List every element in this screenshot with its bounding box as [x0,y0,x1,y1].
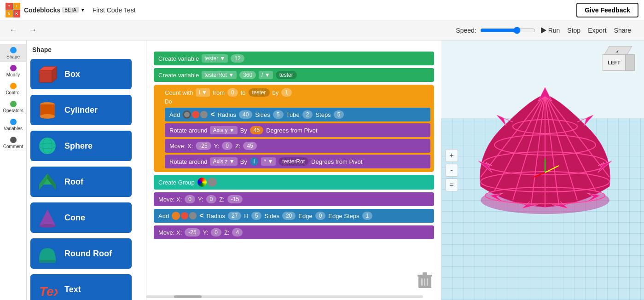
roof-label: Roof [64,177,83,187]
brand-dropdown[interactable]: ▼ [81,7,85,12]
brand-name: Codeblocks [24,6,60,14]
block-move-3[interactable]: Move: X: -25 Y: 0 Z: 4 [154,225,434,239]
svg-marker-12 [39,209,56,226]
sidebar-item-comment[interactable]: Comment [0,134,26,152]
scrollbar-thumb[interactable] [174,295,202,298]
rotate-var2: testerRot [278,157,308,166]
shape-item-cone[interactable]: Cone [27,201,146,235]
sphere-icon [36,134,59,157]
text-button[interactable]: Text Text [30,274,132,300]
cylinder-label: Cylinder [64,105,98,115]
shape-type-icon [200,111,208,118]
logo-n: N [6,10,13,17]
axis-dropdown[interactable]: Axis y ▼ [210,126,237,134]
export-button[interactable]: Export [588,27,606,34]
sidebar-item-control[interactable]: Control [0,80,26,98]
logo-k: K [13,10,21,17]
add2-type [189,212,197,219]
add2-shape [181,212,188,219]
add2-color [172,212,180,220]
run-button[interactable]: Run [541,27,560,34]
stop-button[interactable]: Stop [567,27,580,34]
cone-icon [36,206,59,229]
svg-rect-18 [423,272,427,275]
cylinder-button[interactable]: Cylinder [30,95,132,125]
block-move-1[interactable]: Move: X: -25 Y: 0 Z: 45 [165,139,430,153]
modify-dot [10,65,17,71]
zoom-in-button[interactable]: + [445,149,458,162]
do-label: Do [165,98,430,105]
speed-label: Speed: [456,27,476,34]
svg-point-6 [39,138,56,154]
sphere-button[interactable]: Sphere [30,131,132,161]
sidebar-item-operators[interactable]: Operators [0,98,26,116]
box-icon [36,63,59,86]
sidebar-item-variables[interactable]: Variables [0,116,26,134]
block-container: Create variable tester ▼ 12 Create varia… [154,52,434,239]
block-move-2[interactable]: Move: X: 0 Y: 0 Z: -15 [154,192,434,206]
speed-slider[interactable] [480,27,535,34]
svg-rect-20 [424,278,425,286]
top-bar: T I N K Codeblocks BETA ▼ First Code Tes… [0,0,644,20]
round-roof-button[interactable]: Round Roof [30,238,132,269]
loop-header: Count with I ▼ from 0 to tester by 1 [165,88,430,97]
sidebar-label-modify: Modify [6,72,20,77]
shape-item-box[interactable]: Box [27,57,146,91]
sidebar-label-comment: Comment [3,144,23,149]
share-button[interactable]: Share [614,27,631,34]
op-dropdown[interactable]: / ▼ [259,71,273,79]
block-label2: Create variable [158,72,199,79]
text-label: Text [64,285,81,294]
undo-button[interactable]: ← [6,23,21,37]
cone-label: Cone [64,213,85,223]
shapes-panel: Shape Box [27,40,146,300]
sidebar-label-control: Control [6,90,20,95]
zoom-out-button[interactable]: - [445,164,458,177]
shape-item-text[interactable]: Text Text [27,272,146,300]
count-var[interactable]: I ▼ [196,88,210,97]
block-create-group[interactable]: Create Group [154,175,434,190]
box-button[interactable]: Box [30,59,132,89]
shape-item-cylinder[interactable]: Cylinder [27,93,146,127]
block-rotate-z[interactable]: Rotate around Axis z ▼ By i * ▼ testerRo… [165,155,430,168]
block-rotate-y[interactable]: Rotate around Axis y ▼ By 45 Degrees fro… [165,123,430,137]
shape-dot [10,47,17,53]
roof-button[interactable]: Roof [30,167,132,197]
horizontal-scrollbar[interactable] [146,295,423,298]
cube-navigator[interactable]: ▲ LEFT [603,46,635,78]
count-loop[interactable]: Count with I ▼ from 0 to tester by 1 Do … [154,85,434,172]
sphere-label: Sphere [64,141,93,151]
sidebar-label-operators: Operators [3,108,23,113]
cone-button[interactable]: Cone [30,202,132,233]
shape-item-roof[interactable]: Roof [27,165,146,199]
project-name[interactable]: First Code Test [93,6,136,14]
play-icon [541,27,546,34]
mul-op[interactable]: * ▼ [261,157,276,166]
tinkercad-logo: T I N K [6,3,20,17]
svg-rect-14 [39,260,56,263]
axisz-dropdown[interactable]: Axis z ▼ [210,157,237,166]
beta-badge: BETA [62,7,78,13]
color-icon [192,111,199,118]
block-label: Create variable [158,55,199,62]
redo-button[interactable]: → [25,23,41,37]
sidebar-item-shape[interactable]: Shape [0,44,26,62]
code-canvas[interactable]: Create variable tester ▼ 12 Create varia… [146,40,441,300]
svg-rect-21 [427,278,428,286]
give-feedback-button[interactable]: Give Feedback [576,3,638,17]
zoom-equals-button[interactable]: = [445,179,458,191]
block-add-roundroof[interactable]: Add < Radius 27 H 5 Sides 20 Edge 0 Edge… [154,209,434,223]
shape-item-sphere[interactable]: Sphere [27,129,146,163]
shape-item-round-roof[interactable]: Round Roof [27,237,146,271]
block-create-var-testerrot[interactable]: Create variable testerRot ▼ 360 / ▼ test… [154,68,434,82]
main-layout: Shape Modify Control Operators Variables… [0,40,644,300]
rainbow-icon [197,178,207,187]
sidebar-item-modify[interactable]: Modify [0,62,26,80]
add2-icons [172,212,197,220]
text-icon: Text [36,278,59,300]
cylinder-icon [36,98,59,121]
block-add-torus[interactable]: Add < Radius 40 Sides 5 Tube 2 Steps 5 [165,108,430,121]
var2-dropdown[interactable]: testerRot ▼ [202,71,237,79]
block-create-var-tester[interactable]: Create variable tester ▼ 12 [154,52,434,65]
var-dropdown[interactable]: tester ▼ [202,54,228,63]
